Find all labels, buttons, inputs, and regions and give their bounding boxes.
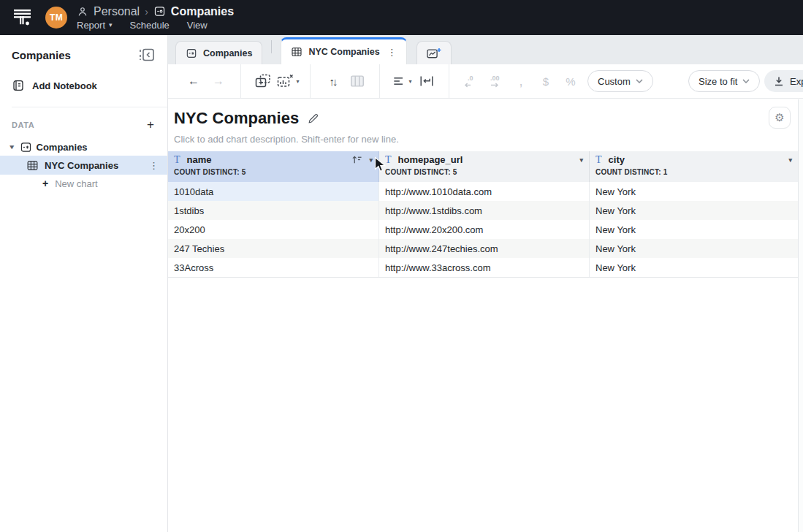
caret-down-icon: ▾ (296, 78, 299, 85)
duplicate-button[interactable] (251, 70, 275, 92)
sort-button[interactable]: ↑↓ (320, 70, 345, 92)
svg-text:.00: .00 (490, 75, 500, 82)
pivot-table-button (345, 70, 370, 92)
menu-report[interactable]: Report ▾ (77, 20, 113, 31)
sheet-title[interactable]: NYC Companies (174, 109, 299, 128)
toolbar-divider (449, 64, 449, 99)
download-icon (774, 76, 784, 87)
increase-decimal-button: .00 (484, 70, 509, 92)
column-summary-name: COUNT DISTINCT: 5 (168, 168, 379, 182)
results-table: T name ▾ (168, 151, 798, 278)
add-notebook-button[interactable]: Add Notebook (12, 79, 156, 92)
tree-item-companies[interactable]: ▾ Companies (0, 138, 167, 156)
app-window: TM Personal › Compa (0, 0, 803, 532)
column-menu-caret-icon[interactable]: ▾ (579, 156, 583, 164)
export-button[interactable]: Export (764, 70, 803, 92)
undo-back-button[interactable]: ← (181, 70, 206, 92)
table-cell[interactable]: http://www.33across.com (379, 258, 590, 277)
notebook-icon (153, 5, 166, 18)
column-menu-caret-icon[interactable]: ▾ (788, 156, 792, 164)
chevron-down-icon (742, 79, 750, 83)
settings-gear-button[interactable]: ⚙ (769, 107, 791, 129)
tab-nyc-companies[interactable]: NYC Companies ⋮ (281, 37, 406, 64)
app-logo-icon[interactable] (12, 7, 34, 28)
table-row: 33Acrosshttp://www.33across.comNew York (168, 258, 798, 277)
table-icon (26, 159, 39, 172)
percent-format-button: % (558, 70, 583, 92)
table-cell[interactable]: New York (590, 239, 798, 258)
breadcrumb-separator: › (145, 5, 148, 18)
column-summary-homepage-url: COUNT DISTINCT: 5 (379, 168, 590, 182)
column-header-name[interactable]: T name ▾ (168, 151, 379, 168)
tree-item-new-chart[interactable]: + New chart (0, 175, 167, 192)
topbar-nav: Personal › Companies Report ▾ Schedule (77, 5, 234, 31)
tree-item-label: NYC Companies (45, 160, 118, 171)
tab-label: NYC Companies (308, 47, 379, 57)
sidebar-divider (12, 107, 167, 107)
size-to-fit-dropdown[interactable]: Size to fit (688, 70, 760, 92)
redo-forward-button: → (206, 70, 231, 92)
custom-format-label: Custom (598, 76, 631, 87)
table-cell[interactable]: New York (590, 220, 798, 239)
breadcrumb-current[interactable]: Companies (171, 5, 234, 18)
custom-format-dropdown[interactable]: Custom (587, 70, 653, 92)
topbar: TM Personal › Compa (0, 0, 803, 35)
table-cell[interactable]: 1010data (168, 182, 379, 201)
table-row: 247 Techieshttp://www.247techies.comNew … (168, 239, 798, 258)
tree-item-nyc-companies[interactable]: NYC Companies ⋮ (0, 156, 167, 175)
menu-schedule[interactable]: Schedule (130, 20, 170, 31)
toolbar-divider (310, 64, 311, 99)
column-name: homepage_url (398, 154, 463, 165)
wrap-text-button[interactable] (414, 70, 439, 92)
decrease-decimal-button: .0 (459, 70, 484, 92)
new-chart-icon (426, 47, 442, 60)
table-cell[interactable]: http://www.247techies.com (379, 239, 590, 258)
table-cell[interactable]: New York (590, 201, 798, 220)
toolbar-divider (240, 64, 241, 99)
kebab-menu-icon[interactable]: ⋮ (149, 160, 167, 171)
toolbar: ← → ▾ ↑↓ (168, 64, 803, 99)
chart-description-placeholder[interactable]: Click to add chart description. Shift-en… (174, 134, 797, 145)
sidebar-collapse-button[interactable] (137, 47, 157, 63)
new-chart-tab-button[interactable] (416, 41, 452, 64)
table-header: T name ▾ (168, 151, 798, 182)
tab-companies[interactable]: Companies (175, 41, 262, 64)
user-avatar[interactable]: TM (45, 7, 67, 28)
edit-title-pencil-icon[interactable] (307, 113, 319, 125)
column-summary-city: COUNT DISTINCT: 1 (590, 168, 798, 182)
text-type-icon: T (385, 154, 392, 166)
chevron-down-icon (636, 79, 643, 83)
table-cell[interactable]: New York (590, 182, 798, 201)
remove-chart-button[interactable]: ▾ (275, 70, 300, 92)
table-cell[interactable]: http://www.1stdibs.com (379, 201, 590, 220)
align-button[interactable]: ▾ (389, 70, 414, 92)
column-menu-caret-icon[interactable]: ▾ (369, 156, 373, 164)
table-cell[interactable]: 247 Techies (168, 239, 379, 258)
add-data-button[interactable]: + (144, 119, 157, 131)
table-cell[interactable]: http://www.20x200.com (379, 220, 590, 239)
add-notebook-label: Add Notebook (32, 80, 97, 91)
column-name: name (187, 154, 212, 165)
kebab-menu-icon[interactable]: ⋮ (387, 47, 397, 58)
tree-item-label: Companies (37, 142, 88, 153)
breadcrumb-workspace[interactable]: Personal (94, 5, 140, 18)
table-cell[interactable]: 1stdibs (168, 201, 379, 220)
table-cell[interactable]: 33Across (168, 258, 379, 277)
chevron-down-icon[interactable]: ▾ (10, 143, 14, 151)
table-row: 1010datahttp://www.1010data.comNew York (168, 182, 798, 201)
table-row: 20x200http://www.20x200.comNew York (168, 220, 798, 239)
table-cell[interactable]: 20x200 (168, 220, 379, 239)
caret-down-icon: ▾ (408, 78, 411, 85)
scrollbar-gutter[interactable] (798, 99, 803, 532)
sidebar-title: Companies (12, 49, 71, 61)
column-header-homepage-url[interactable]: T homepage_url ▾ (379, 151, 590, 168)
menubar: Report ▾ Schedule View (77, 20, 234, 31)
person-icon (77, 6, 88, 18)
menu-view[interactable]: View (187, 20, 208, 31)
column-header-city[interactable]: T city ▾ (590, 151, 798, 168)
sidebar: Companies Add Notebook (0, 35, 168, 532)
table-cell[interactable]: http://www.1010data.com (379, 182, 590, 201)
sort-ascending-icon[interactable] (351, 155, 362, 164)
table-cell[interactable]: New York (590, 258, 798, 277)
data-tree: ▾ Companies (0, 138, 167, 192)
